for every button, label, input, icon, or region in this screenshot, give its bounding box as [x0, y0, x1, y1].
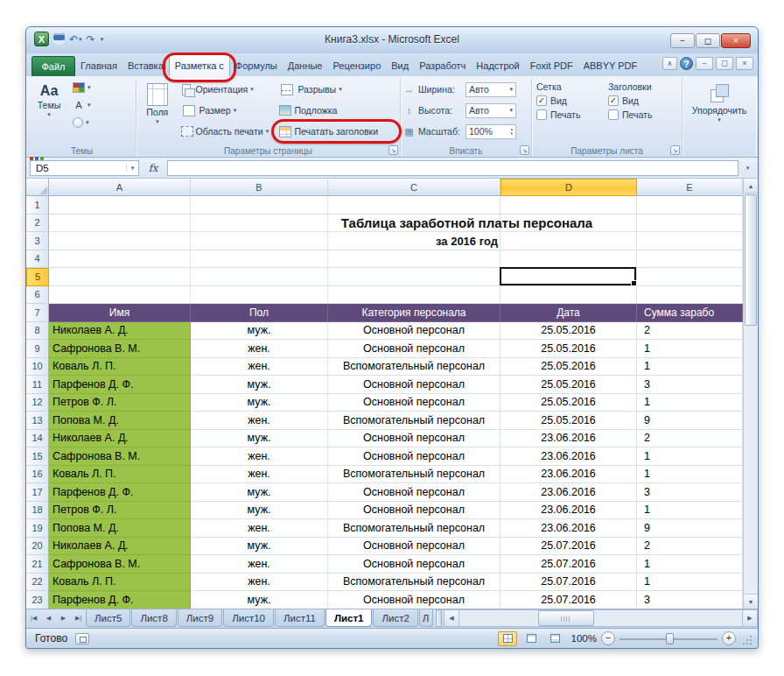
cell-A10[interactable]: Коваль Л. П.	[49, 358, 191, 377]
cell-E19[interactable]: 9	[637, 519, 743, 538]
vertical-scroll-thumb[interactable]	[745, 194, 757, 326]
cell-B18[interactable]: муж.	[191, 502, 328, 520]
cell-C6[interactable]	[328, 286, 500, 305]
scale-dialog-launcher[interactable]: ↘	[520, 145, 529, 155]
size-button[interactable]: Размер▾	[178, 101, 275, 120]
cell-E11[interactable]: 3	[637, 376, 743, 394]
row-header-12[interactable]: 12	[26, 394, 49, 412]
cell-E12[interactable]: 1	[637, 394, 743, 412]
column-header-D[interactable]: D	[500, 179, 637, 196]
cell-B1[interactable]	[191, 196, 328, 215]
cell-D16[interactable]: 23.06.2016	[500, 466, 637, 484]
cell-C2[interactable]	[328, 215, 500, 233]
cell-D10[interactable]: 25.05.2016	[500, 358, 637, 377]
qat-customize-button[interactable]: ▾	[100, 36, 104, 43]
orientation-button[interactable]: Ориентация▾	[178, 80, 275, 99]
themes-button[interactable]: Аа Темы ▾	[31, 80, 67, 144]
headings-view-checkbox[interactable]: ✓Вид	[606, 95, 676, 106]
cell-D23[interactable]: 25.07.2016	[500, 591, 637, 609]
cell-D2[interactable]	[500, 215, 637, 233]
cell-E14[interactable]: 2	[637, 430, 743, 448]
cell-E1[interactable]	[637, 196, 743, 215]
workbook-close-button[interactable]: ×	[736, 57, 753, 70]
row-header-2[interactable]: 2	[26, 215, 49, 233]
cell-C4[interactable]	[328, 250, 500, 269]
close-button[interactable]: ×	[721, 33, 751, 48]
cell-C20[interactable]: Основной персонал	[328, 538, 500, 556]
cell-A19[interactable]: Попова М. Д.	[49, 519, 191, 538]
theme-fonts-button[interactable]: А▾	[69, 97, 94, 113]
column-header-B[interactable]: B	[191, 179, 328, 196]
sheet-tab-лист10[interactable]: Лист10	[223, 609, 274, 627]
cell-A6[interactable]	[49, 286, 191, 305]
zoom-out-button[interactable]: −	[601, 631, 615, 645]
cell-A7[interactable]: Имя	[49, 304, 191, 322]
row-header-21[interactable]: 21	[26, 555, 49, 574]
cell-A12[interactable]: Петров Ф. Л.	[49, 394, 191, 412]
cell-C16[interactable]: Вспомогательный персонал	[328, 466, 500, 484]
background-button[interactable]: Подложка	[276, 101, 397, 120]
cell-A17[interactable]: Парфенов Д. Ф.	[49, 483, 191, 502]
cell-E3[interactable]	[637, 232, 743, 250]
cell-D1[interactable]	[500, 196, 637, 215]
row-header-6[interactable]: 6	[26, 286, 49, 305]
cell-E15[interactable]: 1	[637, 447, 743, 466]
minimize-ribbon-icon[interactable]: ∧	[662, 57, 677, 70]
ribbon-tab-foxit-pdf[interactable]: Foxit PDF	[525, 55, 578, 76]
cell-A15[interactable]: Сафронова В. М.	[49, 447, 191, 466]
print-area-button[interactable]: Область печати▾	[178, 122, 275, 141]
row-header-13[interactable]: 13	[26, 412, 49, 430]
cell-E17[interactable]: 3	[637, 483, 743, 502]
cell-A14[interactable]: Николаев А. Д.	[49, 430, 191, 448]
zoom-slider-thumb[interactable]	[666, 633, 674, 644]
workbook-restore-button[interactable]: ◻	[716, 57, 733, 70]
cell-A3[interactable]	[49, 232, 191, 250]
ribbon-tab-данные[interactable]: Данные	[283, 55, 328, 76]
cell-C11[interactable]: Основной персонал	[328, 376, 500, 394]
arrange-button[interactable]: Упорядочить ▾	[685, 80, 753, 144]
cell-C21[interactable]: Основной персонал	[328, 555, 500, 574]
cell-C1[interactable]	[328, 196, 500, 215]
cell-C14[interactable]: Основной персонал	[328, 430, 500, 448]
zoom-in-button[interactable]: +	[722, 631, 736, 645]
cell-B7[interactable]: Пол	[191, 304, 328, 322]
gridlines-view-checkbox[interactable]: ✓Вид	[535, 95, 605, 106]
cell-B3[interactable]	[191, 232, 328, 250]
cell-D20[interactable]: 25.07.2016	[500, 538, 637, 556]
cell-A8[interactable]: Николаев А. Д.	[49, 322, 191, 341]
cell-E22[interactable]: 1	[637, 574, 743, 592]
expand-formula-bar-icon[interactable]: ▾	[741, 165, 754, 172]
cell-E5[interactable]	[637, 268, 743, 286]
select-all-corner[interactable]	[26, 179, 49, 196]
width-select[interactable]: Авто▾	[466, 82, 516, 97]
cell-A18[interactable]: Петров Ф. Л.	[49, 502, 191, 520]
row-header-19[interactable]: 19	[26, 519, 49, 538]
cell-C7[interactable]: Категория персонала	[328, 304, 500, 322]
cell-B2[interactable]	[191, 215, 328, 233]
headings-print-checkbox[interactable]: Печать	[606, 109, 676, 120]
resize-grip[interactable]	[740, 632, 752, 645]
cell-D3[interactable]	[500, 232, 637, 250]
next-sheet-icon[interactable]: ▶	[56, 609, 71, 627]
row-header-18[interactable]: 18	[26, 502, 49, 520]
cell-C17[interactable]: Основной персонал	[328, 483, 500, 502]
cell-C3[interactable]	[328, 232, 500, 250]
row-header-11[interactable]: 11	[26, 376, 49, 394]
cell-A4[interactable]	[49, 250, 191, 269]
cell-E4[interactable]	[637, 250, 743, 269]
cell-B5[interactable]	[191, 268, 328, 286]
ribbon-tab-разработч[interactable]: Разработч	[414, 55, 471, 76]
page-setup-dialog-launcher[interactable]: ↘	[388, 145, 398, 155]
horizontal-scroll-thumb[interactable]	[538, 610, 594, 626]
formula-input[interactable]	[167, 160, 738, 176]
cell-D19[interactable]: 23.06.2016	[500, 519, 637, 538]
titlebar[interactable]: X ↶▾ ↷ ▾ Книга3.xlsx - Microsoft Excel −…	[26, 27, 758, 53]
row-header-4[interactable]: 4	[26, 250, 49, 269]
row-header-17[interactable]: 17	[26, 483, 49, 502]
cell-B12[interactable]: муж.	[191, 394, 328, 412]
sheet-options-dialog-launcher[interactable]: ↘	[670, 145, 680, 155]
cell-D21[interactable]: 25.07.2016	[500, 555, 637, 574]
cell-E20[interactable]: 2	[637, 538, 743, 556]
row-header-10[interactable]: 10	[26, 358, 49, 377]
cell-C10[interactable]: Вспомогательный персонал	[328, 358, 500, 377]
